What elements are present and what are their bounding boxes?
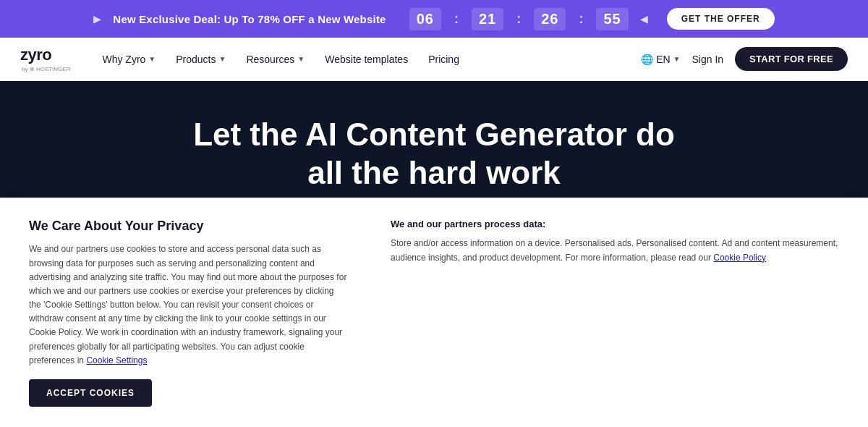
announcement-bar: ▶ New Exclusive Deal: Up To 78% OFF a Ne… <box>0 0 868 38</box>
sign-in-button[interactable]: Sign In <box>692 54 724 65</box>
nav-item-resources[interactable]: Resources ▼ <box>237 49 313 69</box>
nav-item-why-zyro[interactable]: Why Zyro ▼ <box>93 49 164 69</box>
accept-cookies-button[interactable]: ACCEPT COOKIES <box>29 379 152 407</box>
chevron-down-icon: ▼ <box>673 55 681 63</box>
start-free-button[interactable]: START FOR FREE <box>735 47 848 71</box>
chevron-down-icon: ▼ <box>148 55 156 63</box>
globe-icon <box>641 54 653 65</box>
timer-prev-arrow[interactable]: ▶ <box>93 13 101 25</box>
hero-headline: Let the AI Content Generator do all the … <box>193 116 675 193</box>
chevron-down-icon: ▼ <box>219 55 226 63</box>
timer-minutes: 21 <box>472 8 503 30</box>
nav-right: EN ▼ Sign In START FOR FREE <box>641 47 848 71</box>
logo-text: zyro <box>20 46 51 64</box>
cookie-right-text: Store and/or access information on a dev… <box>391 237 839 264</box>
cookie-right-title: We and our partners process data: <box>391 219 839 229</box>
timer-sep-1: : <box>454 12 459 27</box>
navbar: zyro by ⊕ HOSTINGER Why Zyro ▼ Products … <box>0 38 868 81</box>
nav-item-website-templates[interactable]: Website templates <box>316 49 417 69</box>
cookie-left-section: We Care About Your Privacy We and our pa… <box>29 219 347 407</box>
get-offer-button[interactable]: GET THE OFFER <box>667 8 775 30</box>
cookie-right-section: We and our partners process data: Store … <box>391 219 839 407</box>
nav-links: Why Zyro ▼ Products ▼ Resources ▼ Websit… <box>93 49 641 69</box>
timer-seconds2: 55 <box>596 8 628 30</box>
cookie-title: We Care About Your Privacy <box>29 219 347 234</box>
timer-hours: 06 <box>409 8 441 30</box>
logo[interactable]: zyro by ⊕ HOSTINGER <box>20 46 70 72</box>
nav-item-pricing[interactable]: Pricing <box>420 49 468 69</box>
timer-seconds1: 26 <box>534 8 566 30</box>
cookie-banner: We Care About Your Privacy We and our pa… <box>0 198 868 427</box>
cookie-settings-link[interactable]: Cookie Settings <box>86 355 147 365</box>
deal-text: New Exclusive Deal: Up To 78% OFF a New … <box>113 13 386 25</box>
timer-next-arrow[interactable]: ◀ <box>640 13 648 25</box>
language-selector[interactable]: EN ▼ <box>641 54 680 65</box>
nav-item-products[interactable]: Products ▼ <box>167 49 234 69</box>
cookie-policy-link[interactable]: Cookie Policy <box>713 253 766 263</box>
timer-sep-3: : <box>579 12 583 27</box>
logo-sub: by ⊕ HOSTINGER <box>22 66 70 72</box>
timer-sep-2: : <box>516 12 521 27</box>
chevron-down-icon: ▼ <box>297 55 305 63</box>
cookie-main-text: We and our partners use cookies to store… <box>29 242 347 368</box>
